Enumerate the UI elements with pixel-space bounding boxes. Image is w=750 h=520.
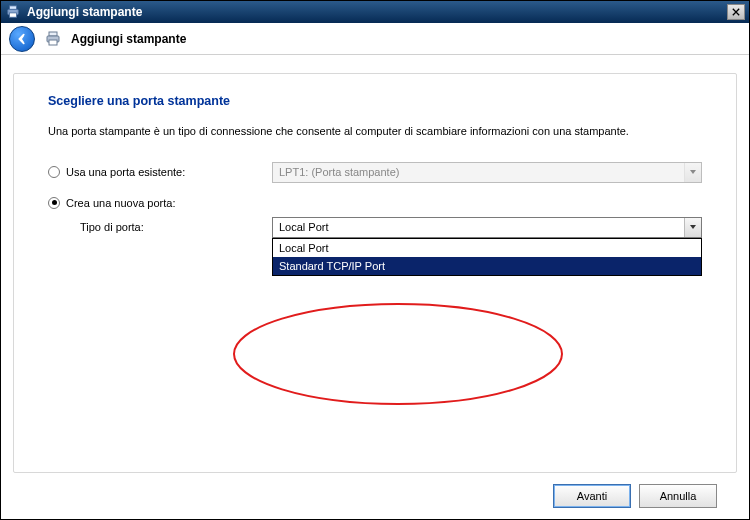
svg-point-6 [234,304,562,404]
port-type-row: Tipo di porta: Local Port Local Port Sta… [48,217,702,238]
back-button[interactable] [9,26,35,52]
wizard-title: Aggiungi stampante [71,32,186,46]
port-type-selected: Local Port [273,221,684,233]
dropdown-item-local-port[interactable]: Local Port [273,239,701,257]
add-printer-window: Aggiungi stampante Aggiungi stampante Sc… [0,0,750,520]
port-type-label: Tipo di porta: [48,221,272,233]
radio-use-existing[interactable] [48,166,60,178]
wizard-header: Aggiungi stampante [1,23,749,55]
existing-port-combo: LPT1: (Porta stampante) [272,162,702,183]
page-description: Una porta stampante è un tipo di conness… [48,124,698,140]
existing-port-value: LPT1: (Porta stampante) [273,166,684,178]
chevron-down-icon [684,163,701,182]
close-button[interactable] [727,4,745,20]
titlebar[interactable]: Aggiungi stampante [1,1,749,23]
svg-rect-0 [10,6,17,10]
port-type-combo[interactable]: Local Port Local Port Standard TCP/IP Po… [272,217,702,238]
page-heading: Scegliere una porta stampante [48,94,702,108]
window-title: Aggiungi stampante [27,5,727,19]
option-use-existing-row: Usa una porta esistente: LPT1: (Porta st… [48,162,702,183]
content-panel: Scegliere una porta stampante Una porta … [13,73,737,473]
printer-icon [5,4,21,20]
printer-icon [43,30,63,48]
annotation-ellipse [228,300,568,408]
port-type-dropdown: Local Port Standard TCP/IP Port [272,238,702,276]
option-create-new-row: Crea una nuova porta: [48,197,702,209]
radio-use-existing-label[interactable]: Usa una porta esistente: [66,166,185,178]
radio-create-new-label[interactable]: Crea una nuova porta: [66,197,175,209]
chevron-down-icon[interactable] [684,218,701,237]
wizard-content: Scegliere una porta stampante Una porta … [1,55,749,519]
svg-rect-3 [49,32,57,36]
cancel-button[interactable]: Annulla [639,484,717,508]
wizard-footer: Avanti Annulla [13,473,737,519]
svg-rect-5 [49,40,57,45]
dropdown-item-tcpip-port[interactable]: Standard TCP/IP Port [273,257,701,275]
next-button[interactable]: Avanti [553,484,631,508]
svg-rect-2 [10,13,17,17]
radio-create-new[interactable] [48,197,60,209]
